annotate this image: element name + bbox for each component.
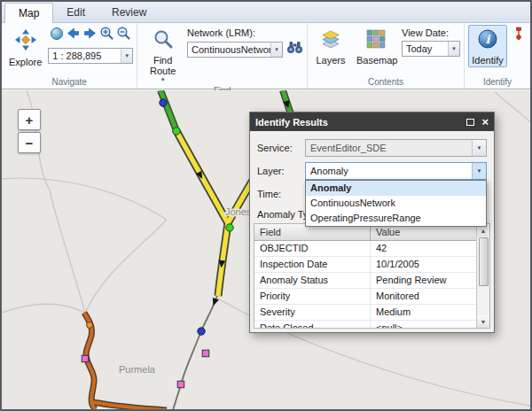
full-extent-icon — [50, 27, 64, 44]
map-scale-combobox[interactable]: 1 : 288,895 ▼ — [48, 48, 133, 64]
chevron-down-icon[interactable]: ▼ — [448, 42, 459, 56]
chevron-down-icon: ▼ — [160, 77, 166, 83]
table-row[interactable]: Inspection Date 10/1/2005 — [254, 257, 476, 273]
identify-results-dialog: Identify Results × Service: EventEditor_… — [249, 112, 495, 333]
layers-icon — [320, 28, 341, 53]
chevron-down-icon[interactable]: ▼ — [472, 140, 486, 156]
explore-button[interactable]: Explore — [5, 25, 45, 69]
map-zoom-in-button[interactable]: + — [18, 109, 41, 130]
orange-route — [84, 313, 167, 409]
chevron-down-icon[interactable]: ▼ — [121, 49, 132, 63]
find-route-label: Find Route — [145, 55, 181, 76]
chevron-down-icon[interactable]: ▼ — [270, 43, 282, 57]
service-label: Service: — [257, 143, 293, 153]
blue-point-marker — [160, 99, 167, 106]
maximize-icon[interactable] — [466, 119, 474, 126]
blue-point-marker — [198, 328, 205, 335]
pink-anomaly-marker — [202, 350, 209, 357]
next-extent-button[interactable] — [82, 27, 98, 43]
map-zoom-out-button[interactable]: − — [18, 132, 41, 153]
time-label: Time: — [257, 189, 281, 199]
green-point-marker — [226, 224, 233, 231]
network-lrm-label: Network (LRM): — [187, 27, 303, 39]
zoom-in-icon — [99, 26, 114, 44]
dropdown-option-continuousnetwork[interactable]: ContinuousNetwork — [306, 196, 486, 211]
tab-review[interactable]: Review — [98, 3, 160, 22]
group-contents: Layers Basemap View Date: To — [308, 23, 465, 89]
group-label-navigate: Navigate — [5, 76, 133, 89]
tab-map[interactable]: Map — [4, 3, 53, 23]
identify-label: Identify — [472, 55, 503, 66]
basemap-button[interactable]: Basemap — [353, 25, 399, 67]
table-row[interactable]: Priority Monitored — [254, 289, 476, 305]
find-route-button[interactable]: Find Route ▼ — [141, 25, 184, 85]
back-arrow-icon — [66, 26, 81, 44]
tab-edit[interactable]: Edit — [53, 3, 98, 22]
close-icon[interactable]: × — [481, 117, 489, 127]
dropdown-option-anomaly[interactable]: Anomaly — [306, 181, 486, 196]
previous-extent-button[interactable] — [65, 27, 82, 43]
group-navigate: Explore — [2, 23, 137, 89]
field-cell: Date Closed — [254, 321, 371, 328]
layer-dropdown-list: Anomaly ContinuousNetwork OperatingPress… — [305, 180, 487, 227]
identify-results-table: Field Value OBJECTID 42 Inspection Date … — [254, 223, 490, 329]
ribbon: Explore — [2, 23, 530, 89]
map-scale-value: 1 : 288,895 — [49, 50, 121, 61]
value-cell: <null> — [371, 321, 476, 328]
dialog-title: Identify Results — [255, 117, 466, 128]
map-viewport[interactable]: Jonesboro Purmela + − Identify Results ×… — [2, 90, 530, 409]
scroll-down-icon[interactable]: ▼ — [477, 315, 490, 328]
layer-label: Layer: — [257, 166, 285, 176]
view-date-value: Today — [403, 43, 448, 54]
identify-button[interactable]: i Identify — [468, 25, 507, 67]
orange-point-marker — [87, 322, 93, 329]
table-scrollbar[interactable]: ▲ ▼ — [476, 224, 489, 328]
dialog-title-bar[interactable]: Identify Results × — [250, 112, 494, 131]
gray-route — [173, 296, 217, 409]
network-lrm-combobox[interactable]: ContinuousNetwork ▼ — [187, 42, 283, 58]
forward-arrow-icon — [82, 26, 98, 44]
table-row[interactable]: OBJECTID 42 — [254, 241, 476, 257]
full-extent-button[interactable] — [48, 27, 65, 43]
basemap-icon — [365, 28, 387, 53]
binoculars-icon — [286, 41, 303, 58]
field-cell: OBJECTID — [254, 241, 371, 257]
group-find: Find Route ▼ Network (LRM): ContinuousNe… — [137, 23, 308, 89]
field-cell: Priority — [254, 289, 371, 305]
map-zoom-controls: + − — [18, 109, 41, 153]
identify-icon: i — [477, 28, 498, 53]
value-cell: Monitored — [371, 289, 476, 305]
value-cell: 42 — [371, 241, 476, 257]
view-date-combobox[interactable]: Today ▼ — [402, 41, 460, 57]
dropdown-option-operatingpressurerange[interactable]: OperatingPressureRange — [306, 211, 486, 226]
ribbon-tab-bar: Map Edit Review — [2, 2, 530, 23]
search-binoculars-button[interactable] — [286, 41, 303, 58]
group-identify: i Identify Identify — [465, 23, 530, 89]
zoom-in-button[interactable] — [98, 27, 115, 43]
identify-route-tool-button[interactable] — [510, 27, 527, 43]
group-label-identify: Identify — [468, 76, 527, 89]
value-cell: Medium — [371, 305, 476, 321]
value-cell: 10/1/2005 — [371, 257, 476, 273]
explore-label: Explore — [9, 57, 42, 67]
identify-route-tool-icon — [512, 26, 526, 45]
field-cell: Anomaly Status — [254, 273, 371, 289]
view-date-label: View Date: — [402, 27, 460, 39]
explore-icon — [14, 28, 37, 55]
basemap-label: Basemap — [356, 55, 395, 66]
service-combobox[interactable]: EventEditor_SDE ▼ — [305, 139, 487, 157]
layers-button[interactable]: Layers — [311, 25, 350, 67]
table-row[interactable]: Anomaly Status Pending Review — [254, 273, 476, 289]
zoom-out-button[interactable] — [115, 27, 132, 43]
table-row[interactable]: Severity Medium — [254, 305, 476, 321]
table-row[interactable]: Date Closed <null> — [254, 321, 476, 328]
pink-anomaly-marker — [177, 381, 184, 388]
green-point-marker — [173, 128, 180, 135]
field-cell: Severity — [254, 305, 371, 321]
layer-combobox[interactable]: Anomaly ▼ — [305, 162, 487, 180]
chevron-down-icon[interactable]: ▼ — [472, 163, 486, 179]
scrollbar-thumb[interactable] — [479, 237, 489, 286]
layer-value: Anomaly — [306, 166, 472, 176]
field-cell: Inspection Date — [254, 257, 371, 273]
group-label-contents: Contents — [311, 76, 460, 89]
